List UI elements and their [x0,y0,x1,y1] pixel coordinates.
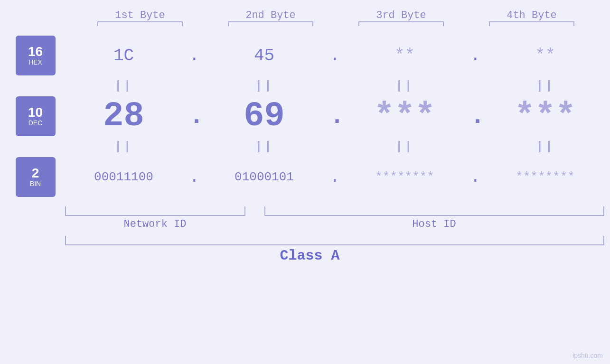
bin-byte1: 00011100 [94,170,153,184]
hex-row: 16 HEX 1C . 45 . ** . ** [16,36,604,75]
dec-byte1: 28 [103,97,144,136]
bin-values: 00011100 . 01000101 . ******** . *******… [65,168,604,187]
eq1-4: || [493,79,598,93]
hex-byte3-cell: ** [353,46,457,65]
hex-byte2: 45 [254,46,274,65]
bin-base-number: 2 [32,167,39,180]
dec-dot3: . [470,103,480,131]
hex-byte1-cell: 1C [72,46,176,65]
dec-byte3-cell: *** [353,97,457,136]
hex-dot3: . [470,46,480,65]
host-bracket [264,206,604,216]
bin-byte2-cell: 01000101 [212,170,317,184]
overall-bracket [65,236,604,245]
dec-byte3: *** [374,97,436,136]
dec-base-number: 10 [28,106,43,119]
bracket-container [65,206,604,216]
hex-values: 1C . 45 . ** . ** [65,46,604,65]
hex-base-number: 16 [28,45,43,58]
bin-byte3-cell: ******** [353,170,457,184]
eq1-1: || [72,79,176,93]
hex-byte4: ** [535,46,555,65]
dec-byte1-cell: 28 [72,97,176,136]
eq2-1: || [72,140,176,154]
byte-headers: 1st Byte 2nd Byte 3rd Byte 4th Byte [75,9,597,26]
byte2-header: 2nd Byte [218,9,323,26]
bin-badge: 2 BIN [16,157,56,197]
byte4-header: 4th Byte [479,9,584,26]
hex-dot2: . [330,46,339,65]
eq2-3: || [353,140,457,154]
dec-dot2: . [330,103,339,131]
network-bracket [65,206,245,216]
hex-base-label: HEX [28,58,42,66]
content-area: 16 HEX 1C . 45 . ** . ** [6,33,604,199]
bin-byte4: ******** [516,170,575,184]
bin-dot1: . [189,168,199,187]
hex-badge: 16 HEX [16,36,56,75]
eq1-2: || [212,79,317,93]
hex-byte4-cell: ** [493,46,598,65]
hex-byte1: 1C [113,46,134,65]
dec-dot1: . [189,103,199,131]
hex-byte3: ** [394,46,415,65]
dec-badge: 10 DEC [16,96,56,136]
byte1-header: 1st Byte [88,9,192,26]
label-row: Network ID Host ID [65,218,604,230]
bin-byte3: ******** [375,170,434,184]
dec-values: 28 . 69 . *** . *** [65,97,604,136]
hex-byte2-cell: 45 [212,46,317,65]
dec-base-label: DEC [28,119,43,127]
bin-byte4-cell: ******** [493,170,598,184]
bin-dot2: . [330,168,339,187]
bin-row: 2 BIN 00011100 . 01000101 . ******** . *… [16,157,604,197]
hex-dot1: . [189,46,199,65]
bottom-section: Network ID Host ID Class A [6,206,604,264]
eq2-4: || [493,140,598,154]
dec-byte4-cell: *** [493,97,598,136]
dec-byte2-cell: 69 [212,97,317,136]
bin-dot3: . [470,168,480,187]
equals-row-1: || || || || [65,78,604,94]
watermark: ipshu.com [572,352,603,359]
dec-row: 10 DEC 28 . 69 . *** . *** [16,96,604,136]
overall-bracket-row [65,236,604,245]
byte3-header: 3rd Byte [349,9,453,26]
equals-row-2: || || || || [65,139,604,155]
bin-byte2: 01000101 [235,170,294,184]
bin-base-label: BIN [30,180,41,188]
host-id-label: Host ID [264,218,604,230]
eq2-2: || [212,140,317,154]
bin-byte1-cell: 00011100 [72,170,176,184]
main-container: 1st Byte 2nd Byte 3rd Byte 4th Byte 16 H… [0,0,610,364]
dec-byte4: *** [515,97,576,136]
eq1-3: || [353,79,457,93]
dec-byte2: 69 [244,97,284,136]
class-label: Class A [16,248,604,264]
network-id-label: Network ID [65,218,245,230]
